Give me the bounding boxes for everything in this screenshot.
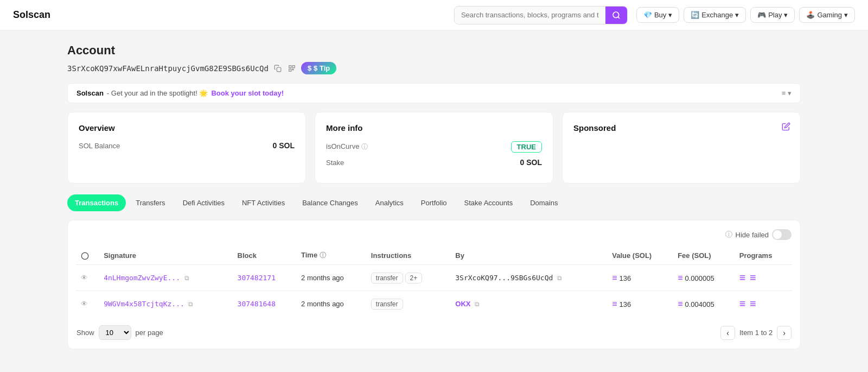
svg-rect-4 bbox=[292, 65, 295, 67]
edit-sponsored-button[interactable] bbox=[781, 121, 792, 132]
next-page-button[interactable]: › bbox=[777, 326, 792, 340]
row-visibility-1: 👁 bbox=[76, 291, 99, 317]
row-visibility-0: 👁 bbox=[76, 265, 99, 291]
play-button[interactable]: 🎮 Play ▾ bbox=[750, 7, 795, 23]
sponsored-title: Sponsored bbox=[573, 123, 789, 133]
site-logo: Solscan bbox=[13, 9, 50, 21]
eye-icon[interactable]: 👁 bbox=[81, 274, 88, 282]
svg-line-1 bbox=[618, 17, 620, 18]
col-block: Block bbox=[233, 247, 297, 265]
col-eye: ◯ bbox=[76, 247, 99, 265]
row-fee-0: ≡0.000005 bbox=[673, 265, 735, 291]
exchange-icon: 🔄 bbox=[691, 11, 699, 19]
row-fee-1: ≡0.004005 bbox=[673, 291, 735, 317]
table-header-row: ⓘ Hide failed bbox=[76, 229, 792, 240]
tabs: TransactionsTransfersDefi ActivitiesNFT … bbox=[67, 194, 801, 211]
tab-nft-activities[interactable]: NFT Activities bbox=[234, 194, 292, 211]
tab-stake-accounts[interactable]: Stake Accounts bbox=[457, 194, 521, 211]
program-icon-1[interactable]: ≡ bbox=[739, 298, 746, 310]
page-size-select[interactable]: 102550100 bbox=[99, 325, 131, 340]
row-value-1: ≡136 bbox=[608, 291, 673, 317]
by-address-0: 3SrXcoKQ97...9SBGs6UcQd bbox=[455, 274, 553, 282]
is-on-curve-badge: TRUE bbox=[511, 141, 542, 153]
tab-transactions[interactable]: Transactions bbox=[67, 194, 126, 211]
more-info-title: More info bbox=[326, 123, 542, 133]
copy-by-icon-1[interactable]: ⧉ bbox=[475, 300, 480, 308]
row-by-0: 3SrXcoKQ97...9SBGs6UcQd ⧉ bbox=[451, 265, 608, 291]
tab-defi-activities[interactable]: Defi Activities bbox=[175, 194, 232, 211]
instruction-tag: transfer bbox=[371, 299, 403, 310]
sol-balance-value: 0 SOL bbox=[273, 141, 295, 150]
copy-sig-icon-1[interactable]: ⧉ bbox=[188, 300, 193, 308]
is-on-curve-row: isOnCurve ⓘ TRUE bbox=[326, 141, 542, 153]
row-signature-0: 4nLHmgomZwvZwyE... ⧉ bbox=[99, 265, 233, 291]
block-link-0[interactable]: 307482171 bbox=[238, 274, 276, 282]
gaming-icon: 🕹️ bbox=[806, 11, 815, 19]
page-title: Account bbox=[67, 43, 801, 58]
main-content: Account 3SrXcoKQ97xwFAwELnraHtpuycjGvmG8… bbox=[54, 30, 814, 362]
hide-failed-toggle[interactable] bbox=[772, 229, 792, 240]
table-row: 👁 9WGVm4x58TcjtqKz... ⧉ 307481648 2 mont… bbox=[76, 291, 792, 317]
hide-failed-control: ⓘ Hide failed bbox=[725, 229, 792, 240]
row-value-0: ≡136 bbox=[608, 265, 673, 291]
tip-button[interactable]: $ $ Tip bbox=[301, 62, 336, 74]
table-header: ◯ Signature Block Time ⓘ Instructions By… bbox=[76, 247, 792, 265]
program-icon-2[interactable]: ≡ bbox=[750, 298, 756, 310]
prev-page-button[interactable]: ‹ bbox=[720, 326, 735, 340]
tab-balance-changes[interactable]: Balance Changes bbox=[295, 194, 366, 211]
signature-link-1[interactable]: 9WGVm4x58TcjtqKz... bbox=[104, 300, 184, 308]
search-input[interactable] bbox=[455, 7, 605, 23]
svg-rect-5 bbox=[289, 69, 291, 71]
row-time-1: 2 months ago bbox=[297, 291, 367, 317]
col-fee: Fee (SOL) bbox=[673, 247, 735, 265]
cards-row: Overview SOL Balance 0 SOL More info isO… bbox=[67, 112, 801, 184]
svg-point-0 bbox=[613, 12, 619, 18]
col-value: Value (SOL) bbox=[608, 247, 673, 265]
buy-button[interactable]: 💎 Buy ▾ bbox=[636, 7, 679, 23]
buy-icon: 💎 bbox=[643, 11, 652, 19]
banner: Solscan - Get your ad in the spotlight! … bbox=[67, 83, 801, 103]
address-row: 3SrXcoKQ97xwFAwELnraHtpuycjGvmG82E9SBGs6… bbox=[67, 62, 801, 74]
tab-analytics[interactable]: Analytics bbox=[368, 194, 411, 211]
exchange-button[interactable]: 🔄 Exchange ▾ bbox=[684, 7, 746, 23]
info-circle-icon: ⓘ bbox=[725, 230, 732, 239]
col-programs: Programs bbox=[735, 247, 792, 265]
time-info-icon: ⓘ bbox=[320, 251, 326, 259]
is-on-curve-label: isOnCurve ⓘ bbox=[326, 142, 505, 152]
transactions-table-card: ⓘ Hide failed ◯ Signature Block Time ⓘ I… bbox=[67, 220, 801, 349]
col-by: By bbox=[451, 247, 608, 265]
stake-value: 0 SOL bbox=[520, 158, 542, 167]
row-instructions-1: transfer bbox=[367, 291, 451, 317]
tab-transfers[interactable]: Transfers bbox=[128, 194, 173, 211]
per-page-label: per page bbox=[136, 329, 163, 337]
qr-code-button[interactable] bbox=[287, 64, 297, 73]
wallet-address: 3SrXcoKQ97xwFAwELnraHtpuycjGvmG82E9SBGs6… bbox=[67, 64, 269, 73]
banner-menu-button[interactable]: ≡ ▾ bbox=[782, 89, 792, 97]
gaming-button[interactable]: 🕹️ Gaming ▾ bbox=[799, 7, 855, 23]
tab-domains[interactable]: Domains bbox=[522, 194, 565, 211]
col-signature: Signature bbox=[99, 247, 233, 265]
more-info-card: More info isOnCurve ⓘ TRUE Stake 0 SOL bbox=[315, 112, 553, 184]
banner-brand: Solscan bbox=[76, 89, 104, 97]
overview-title: Overview bbox=[79, 123, 295, 133]
copy-sig-icon-0[interactable]: ⧉ bbox=[184, 274, 189, 282]
by-link-1[interactable]: OKX bbox=[455, 300, 470, 308]
block-link-1[interactable]: 307481648 bbox=[238, 300, 276, 308]
search-button[interactable] bbox=[605, 7, 627, 24]
stake-label: Stake bbox=[326, 159, 514, 167]
pagination: Show 102550100 per page ‹ Item 1 to 2 › bbox=[76, 325, 792, 340]
banner-link[interactable]: Book your slot today! bbox=[211, 89, 284, 97]
row-block-0: 307482171 bbox=[233, 265, 297, 291]
eye-icon[interactable]: 👁 bbox=[81, 300, 88, 308]
program-icon-2[interactable]: ≡ bbox=[750, 272, 756, 283]
chevron-down-icon: ▾ bbox=[784, 11, 788, 19]
tab-portfolio[interactable]: Portfolio bbox=[413, 194, 455, 211]
signature-link-0[interactable]: 4nLHmgomZwvZwyE... bbox=[104, 274, 180, 282]
svg-rect-2 bbox=[277, 67, 281, 72]
copy-address-button[interactable] bbox=[273, 64, 283, 73]
program-icon-1[interactable]: ≡ bbox=[739, 272, 746, 283]
col-instructions: Instructions bbox=[367, 247, 451, 265]
sol-fee-icon: ≡ bbox=[678, 273, 682, 282]
info-icon: ⓘ bbox=[361, 143, 368, 150]
copy-by-icon-0[interactable]: ⧉ bbox=[557, 274, 562, 282]
